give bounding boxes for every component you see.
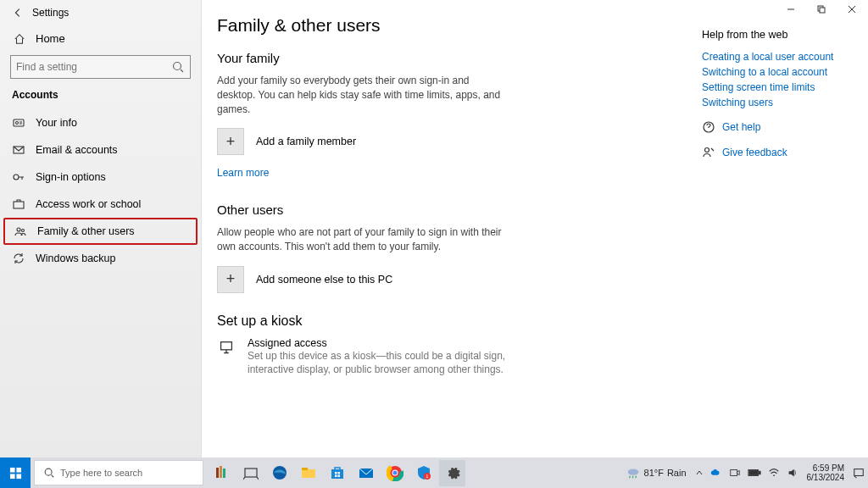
- tray-volume-icon[interactable]: [787, 467, 798, 479]
- home-label: Home: [36, 32, 65, 45]
- taskbar-settings-icon[interactable]: [439, 460, 465, 486]
- get-help-link[interactable]: Get help: [702, 120, 858, 134]
- help-link[interactable]: Switching users: [702, 97, 858, 108]
- clock[interactable]: 6:59 PM 6/13/2024: [807, 463, 845, 482]
- back-button[interactable]: [10, 5, 25, 20]
- svg-rect-15: [9, 474, 14, 479]
- sidebar-item-label: Windows backup: [36, 252, 116, 264]
- family-desc: Add your family so everybody gets their …: [217, 74, 505, 116]
- kiosk-icon: [217, 339, 236, 358]
- sync-icon: [12, 252, 25, 265]
- svg-rect-16: [16, 474, 21, 479]
- close-button[interactable]: [846, 3, 858, 15]
- search-box[interactable]: [10, 55, 191, 79]
- search-icon: [171, 60, 185, 74]
- tray-chevron-icon[interactable]: [695, 469, 704, 477]
- sidebar-item-label: Family & other users: [37, 225, 135, 237]
- taskbar-explorer-icon[interactable]: [295, 460, 321, 486]
- svg-rect-19: [220, 466, 222, 478]
- svg-rect-5: [14, 202, 24, 208]
- notifications-icon[interactable]: [853, 467, 865, 479]
- weather-temp: 81°F: [644, 468, 664, 478]
- taskbar-search[interactable]: Type here to search: [34, 460, 203, 485]
- minimize-button[interactable]: [785, 3, 797, 15]
- get-help-label: Get help: [722, 121, 760, 133]
- sidebar-item-work-school[interactable]: Access work or school: [0, 191, 201, 218]
- svg-point-0: [174, 63, 181, 70]
- sidebar-item-label: Your info: [36, 117, 77, 129]
- home-nav[interactable]: Home: [0, 24, 201, 50]
- help-title: Help from the web: [702, 29, 858, 41]
- sidebar-item-email[interactable]: Email & accounts: [0, 136, 201, 164]
- mail-icon: [12, 143, 25, 157]
- svg-rect-29: [337, 475, 340, 478]
- svg-rect-43: [854, 469, 864, 476]
- feedback-link[interactable]: Give feedback: [702, 146, 858, 159]
- svg-point-17: [45, 469, 52, 475]
- kiosk-desc: Set up this device as a kiosk—this could…: [248, 349, 519, 376]
- svg-rect-20: [223, 469, 225, 478]
- taskbar-chrome-icon[interactable]: [381, 460, 408, 486]
- people-icon: [14, 225, 27, 238]
- svg-rect-13: [9, 467, 14, 472]
- sidebar-item-label: Sign-in options: [36, 171, 106, 183]
- sidebar-section: Accounts: [0, 86, 201, 109]
- window-title: Settings: [32, 7, 69, 19]
- taskbar-mail-icon[interactable]: [353, 460, 379, 486]
- svg-rect-39: [730, 470, 737, 476]
- svg-rect-8: [221, 342, 232, 350]
- maximize-button[interactable]: [815, 3, 827, 15]
- tray-battery-icon[interactable]: [748, 468, 761, 478]
- sidebar-item-signin[interactable]: Sign-in options: [0, 164, 201, 191]
- svg-point-35: [392, 471, 397, 475]
- help-link[interactable]: Switching to a local account: [702, 66, 858, 78]
- feedback-icon: [702, 146, 715, 159]
- svg-rect-14: [16, 467, 21, 472]
- svg-rect-23: [302, 469, 315, 478]
- tray-meet-icon[interactable]: [729, 467, 741, 479]
- clock-time: 6:59 PM: [807, 463, 845, 473]
- kiosk-heading: Set up a kiosk: [217, 313, 659, 329]
- other-heading: Other users: [217, 202, 659, 217]
- weather-cond: Rain: [667, 468, 687, 478]
- taskbar-store-icon[interactable]: [324, 460, 350, 486]
- sidebar-item-backup[interactable]: Windows backup: [0, 245, 201, 272]
- search-input[interactable]: [16, 61, 171, 73]
- weather-widget[interactable]: 81°F Rain: [626, 465, 687, 480]
- start-button[interactable]: [0, 458, 31, 488]
- svg-point-7: [22, 230, 25, 232]
- sidebar-item-family[interactable]: Family & other users: [3, 218, 198, 245]
- help-link[interactable]: Setting screen time limits: [702, 81, 858, 93]
- svg-rect-12: [820, 8, 825, 13]
- taskbar-taskview-icon[interactable]: [237, 460, 264, 486]
- sidebar-item-your-info[interactable]: Your info: [0, 109, 201, 136]
- kiosk-title: Assigned access: [248, 337, 519, 349]
- tray-wifi-icon[interactable]: [768, 467, 780, 479]
- home-icon: [14, 33, 25, 45]
- svg-rect-27: [337, 472, 340, 474]
- help-link[interactable]: Creating a local user account: [702, 51, 858, 63]
- svg-point-4: [14, 175, 19, 180]
- svg-rect-26: [335, 472, 337, 474]
- add-family-label: Add a family member: [256, 136, 356, 147]
- add-family-button[interactable]: +: [217, 128, 244, 155]
- add-other-button[interactable]: +: [217, 266, 244, 293]
- other-desc: Allow people who are not part of your fa…: [217, 225, 505, 254]
- page-title: Family & other users: [217, 15, 659, 36]
- tray-onedrive-icon[interactable]: [710, 467, 722, 479]
- add-other-label: Add someone else to this PC: [256, 274, 392, 286]
- briefcase-icon: [12, 197, 25, 211]
- svg-point-6: [17, 228, 20, 231]
- svg-point-38: [627, 469, 638, 475]
- taskbar-library-icon[interactable]: [209, 460, 235, 486]
- clock-date: 6/13/2024: [807, 473, 845, 482]
- assigned-access-item[interactable]: Assigned access Set up this device as a …: [217, 337, 659, 376]
- taskbar-security-icon[interactable]: 1: [410, 460, 437, 486]
- svg-text:1: 1: [426, 474, 428, 479]
- svg-rect-41: [759, 471, 760, 474]
- family-heading: Your family: [217, 51, 659, 65]
- svg-rect-24: [302, 468, 308, 470]
- learn-more-link[interactable]: Learn more: [217, 167, 269, 179]
- taskbar-edge-icon[interactable]: [266, 460, 292, 486]
- svg-point-2: [16, 122, 19, 125]
